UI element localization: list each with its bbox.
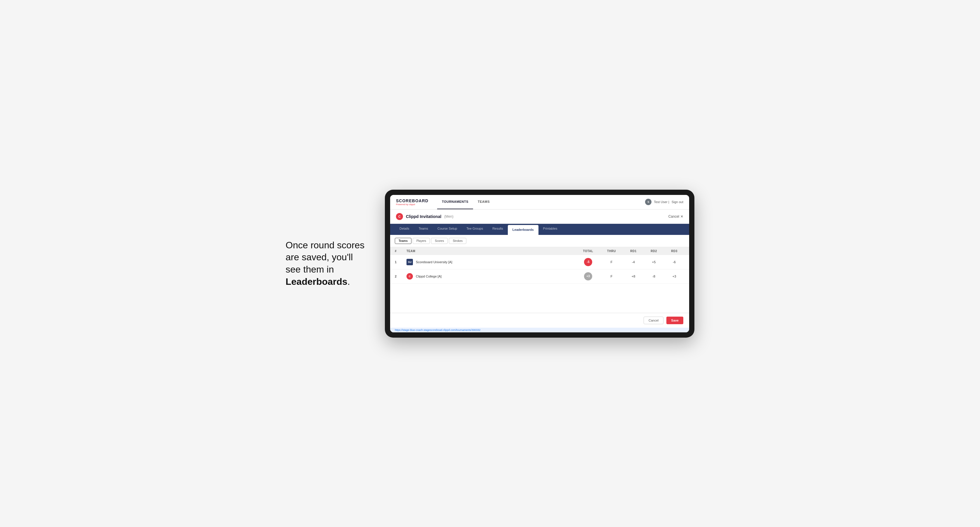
table-header: # TEAM TOTAL THRU RD1 RD2 RD3: [390, 247, 689, 255]
table-row: 2 C Clippd College [A] +3 F +8 -8 +3: [390, 269, 689, 284]
tournament-gender: (Men): [444, 214, 453, 219]
nav-item-tournaments[interactable]: TOURNAMENTS: [437, 195, 473, 210]
tab-teams[interactable]: Teams: [414, 224, 433, 235]
col-header-total: TOTAL: [576, 249, 600, 253]
tab-navigation: Details Teams Course Setup Tee Groups Re…: [390, 224, 689, 235]
tab-leaderboards[interactable]: Leaderboards: [508, 225, 538, 235]
row2-rd1: +8: [623, 275, 644, 278]
col-header-rd1: RD1: [623, 249, 644, 253]
row2-thru: F: [600, 275, 623, 278]
sidebar-text-bold: Leaderboards: [286, 276, 347, 287]
row2-rank: 2: [395, 275, 406, 278]
tablet-frame: SCOREBOARD Powered by clippd TOURNAMENTS…: [385, 190, 694, 338]
sidebar-text-after: .: [347, 276, 350, 287]
row2-team-name: Clippd College [A]: [416, 275, 442, 278]
status-url: https://stage-blue-coach.stagescoreboad.…: [395, 329, 480, 332]
tournament-logo: C: [396, 213, 403, 220]
powered-by-text: Powered by: [396, 203, 409, 206]
sidebar-text-before: Once round scores are saved, you'll see …: [286, 240, 364, 275]
nav-item-teams[interactable]: TEAMS: [473, 195, 495, 210]
leaderboard-table: # TEAM TOTAL THRU RD1 RD2 RD3 1 SU Score…: [390, 247, 689, 284]
tab-course-setup[interactable]: Course Setup: [433, 224, 462, 235]
row1-rank: 1: [395, 260, 406, 264]
row1-team-name: Scoreboard University [A]: [416, 260, 452, 264]
content-spacer: [390, 284, 689, 313]
filter-scores-button[interactable]: Scores: [431, 238, 448, 244]
table-row: 1 SU Scoreboard University [A] -5 F -4 +…: [390, 255, 689, 269]
nav-right: S Test User | Sign out: [645, 199, 683, 205]
row2-team-cell: C Clippd College [A]: [406, 273, 576, 279]
row1-team-cell: SU Scoreboard University [A]: [406, 259, 576, 265]
logo-area: SCOREBOARD Powered by clippd: [396, 198, 428, 206]
col-header-rd2: RD2: [644, 249, 664, 253]
row2-rd3: +3: [664, 275, 684, 278]
row1-team-logo: SU: [406, 259, 413, 265]
row1-total-cell: -5: [576, 258, 600, 266]
tournament-title-area: C Clippd Invitational (Men): [396, 213, 453, 220]
filter-players-button[interactable]: Players: [413, 238, 430, 244]
status-bar: https://stage-blue-coach.stagescoreboad.…: [390, 328, 689, 332]
tablet-screen: SCOREBOARD Powered by clippd TOURNAMENTS…: [390, 195, 689, 332]
footer-save-button[interactable]: Save: [667, 317, 683, 324]
row2-total-badge: +3: [584, 272, 592, 281]
row2-rd2: -8: [644, 275, 664, 278]
brand-name: clippd: [409, 203, 415, 206]
filter-strokes-button[interactable]: Strokes: [449, 238, 466, 244]
close-icon: ✕: [680, 214, 683, 219]
col-header-rd3: RD3: [664, 249, 684, 253]
sidebar-description: Once round scores are saved, you'll see …: [286, 239, 368, 288]
row2-team-logo: C: [406, 273, 413, 279]
filter-teams-button[interactable]: Teams: [395, 238, 412, 244]
page-layout: Once round scores are saved, you'll see …: [286, 190, 694, 338]
row1-thru: F: [600, 260, 623, 264]
tournament-cancel-button[interactable]: Cancel ✕: [668, 214, 683, 219]
tab-results[interactable]: Results: [488, 224, 508, 235]
tournament-name: Clippd Invitational: [406, 214, 441, 219]
row1-total-badge: -5: [584, 258, 592, 266]
col-header-thru: THRU: [600, 249, 623, 253]
sign-out-link[interactable]: Sign out: [671, 200, 683, 204]
tab-printables[interactable]: Printables: [538, 224, 562, 235]
row1-rd3: -6: [664, 260, 684, 264]
page-footer: Cancel Save: [390, 313, 689, 328]
row1-rd1: -4: [623, 260, 644, 264]
filter-bar: Teams Players Scores Strokes: [390, 235, 689, 247]
user-avatar: S: [645, 199, 651, 205]
row2-total-cell: +3: [576, 272, 600, 281]
row1-rd2: +5: [644, 260, 664, 264]
tab-details[interactable]: Details: [395, 224, 414, 235]
footer-cancel-button[interactable]: Cancel: [644, 317, 663, 324]
nav-items: TOURNAMENTS TEAMS: [437, 195, 645, 210]
tournament-header: C Clippd Invitational (Men) Cancel ✕: [390, 210, 689, 224]
logo-title: SCOREBOARD: [396, 198, 428, 203]
logo-powered: Powered by clippd: [396, 203, 428, 206]
col-header-team: TEAM: [406, 249, 576, 253]
cancel-label: Cancel: [668, 214, 679, 219]
tab-tee-groups[interactable]: Tee Groups: [462, 224, 488, 235]
top-nav: SCOREBOARD Powered by clippd TOURNAMENTS…: [390, 195, 689, 210]
user-name: Test User |: [654, 200, 669, 204]
col-header-rank: #: [395, 249, 406, 253]
